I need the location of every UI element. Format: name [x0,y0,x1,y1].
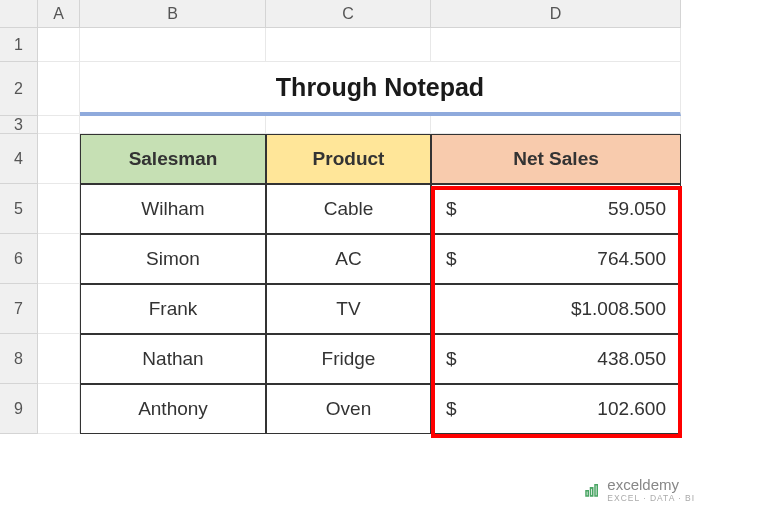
table-cell-product[interactable]: AC [266,234,431,284]
svg-rect-2 [595,484,597,495]
sales-value: $1.008.500 [571,298,666,320]
cell-C3[interactable] [266,116,431,134]
svg-rect-0 [586,490,588,495]
cell-A3[interactable] [38,116,80,134]
spreadsheet-grid: A B C D 1 2 Through Notepad 3 4 Salesman… [0,0,767,434]
table-cell-salesman[interactable]: Nathan [80,334,266,384]
col-header-C[interactable]: C [266,0,431,28]
table-cell-salesman[interactable]: Frank [80,284,266,334]
sales-value: 102.600 [597,398,666,420]
col-header-B[interactable]: B [80,0,266,28]
currency-symbol: $ [446,248,457,270]
row-header-4[interactable]: 4 [0,134,38,184]
select-all-corner[interactable] [0,0,38,28]
sales-value: 764.500 [597,248,666,270]
cell-B1[interactable] [80,28,266,62]
table-cell-salesman[interactable]: Simon [80,234,266,284]
row-header-9[interactable]: 9 [0,384,38,434]
table-cell-product[interactable]: Fridge [266,334,431,384]
table-cell-netsales[interactable]: $ 438.050 [431,334,681,384]
row-header-7[interactable]: 7 [0,284,38,334]
header-netsales[interactable]: Net Sales [431,134,681,184]
currency-symbol: $ [446,398,457,420]
cell-D1[interactable] [431,28,681,62]
brand-name: exceldemy [607,476,695,493]
table-cell-product[interactable]: Oven [266,384,431,434]
cell-C1[interactable] [266,28,431,62]
row-header-1[interactable]: 1 [0,28,38,62]
table-cell-netsales[interactable]: $1.008.500 [431,284,681,334]
table-cell-product[interactable]: Cable [266,184,431,234]
cell-A4[interactable] [38,134,80,184]
sales-value: 438.050 [597,348,666,370]
row-header-6[interactable]: 6 [0,234,38,284]
header-salesman[interactable]: Salesman [80,134,266,184]
brand-tagline: EXCEL · DATA · BI [607,493,695,503]
col-header-D[interactable]: D [431,0,681,28]
sales-value: 59.050 [608,198,666,220]
cell-D3[interactable] [431,116,681,134]
row-header-5[interactable]: 5 [0,184,38,234]
cell-A8[interactable] [38,334,80,384]
cell-A5[interactable] [38,184,80,234]
cell-A6[interactable] [38,234,80,284]
row-header-8[interactable]: 8 [0,334,38,384]
cell-B3[interactable] [80,116,266,134]
svg-rect-1 [591,487,593,495]
table-cell-netsales[interactable]: $ 764.500 [431,234,681,284]
table-cell-netsales[interactable]: $ 102.600 [431,384,681,434]
cell-A9[interactable] [38,384,80,434]
table-cell-salesman[interactable]: Wilham [80,184,266,234]
col-header-A[interactable]: A [38,0,80,28]
cell-A2[interactable] [38,62,80,116]
currency-symbol: $ [446,348,457,370]
table-cell-netsales[interactable]: $ 59.050 [431,184,681,234]
title-cell[interactable]: Through Notepad [80,62,681,116]
table-cell-salesman[interactable]: Anthony [80,384,266,434]
cell-A7[interactable] [38,284,80,334]
currency-symbol: $ [446,198,457,220]
header-product[interactable]: Product [266,134,431,184]
table-cell-product[interactable]: TV [266,284,431,334]
brand-watermark: exceldemy EXCEL · DATA · BI [583,476,695,503]
row-header-2[interactable]: 2 [0,62,38,116]
cell-A1[interactable] [38,28,80,62]
row-header-3[interactable]: 3 [0,116,38,134]
chart-icon [583,481,601,499]
